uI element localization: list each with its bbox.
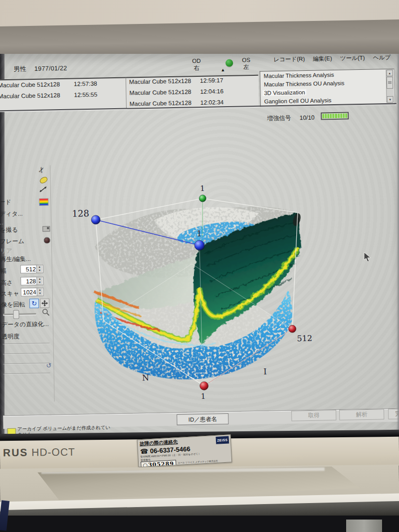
os-scan-row[interactable]: Macular Cube 512x128 12:59:17 (129, 77, 191, 85)
scroll-up-icon[interactable]: ▲ (387, 70, 393, 76)
sidebar-rule (3, 353, 50, 355)
pan-tool-button[interactable] (40, 299, 49, 308)
analysis-scrollbar[interactable]: ▲ ▼ (386, 70, 394, 103)
menu-edit[interactable]: 編集(E) (313, 55, 332, 62)
scissors-icon[interactable]: ✂ (36, 166, 47, 175)
undo-icon[interactable]: ↺ (46, 361, 51, 369)
height-stepper[interactable]: 128 ▲▼ (20, 277, 43, 286)
center-sphere[interactable] (195, 240, 204, 250)
label-slice-1: 1 (200, 184, 205, 193)
analysis-item[interactable]: Ganglion Cell OU Analysis (264, 97, 332, 104)
floor-shadow (0, 516, 399, 532)
scroll-thumb[interactable] (387, 77, 393, 89)
acquire-button[interactable]: 取得 (291, 410, 336, 421)
service-sticker: ZEISS 故障の際の連絡先 ☎ 06-6337-5466 受付時間 AM9:0… (137, 434, 232, 467)
stepper-arrows-icon[interactable]: ▲▼ (36, 265, 42, 273)
laterality-arrow-icon: ▲ (220, 67, 225, 72)
sidebar-rule (3, 363, 50, 364)
mouse-cursor (364, 252, 373, 263)
analysis-item[interactable]: Macular Thickness OU Analysis (264, 80, 345, 88)
diagonal-arrows-icon[interactable] (39, 185, 48, 193)
sidebar-item-play-edit[interactable]: 再生/編集... (0, 254, 51, 264)
sidebar-item-editor[interactable]: ディタ... (0, 209, 50, 218)
analysis-listbox: Macular Thickness Analysis Macular Thick… (260, 69, 395, 107)
stepper-arrows-icon[interactable]: ▲▼ (36, 277, 42, 285)
laterality-od[interactable]: OD 右 (192, 57, 201, 71)
analyze-button[interactable]: 解析 (339, 409, 384, 420)
move-cross-icon (41, 300, 48, 307)
sidebar-item-clear[interactable]: リア (0, 246, 51, 255)
width-stepper[interactable]: 512 ▲▼ (20, 265, 43, 274)
screen-content: 男性 1977/01/22 OD 右 ▲ OS 左 レコード(R) 編集(E) … (0, 50, 399, 438)
patient-info: 男性 1977/01/22 (13, 64, 73, 74)
snapshot-icon[interactable] (42, 226, 50, 231)
device-model-text: RUS HD-OCT (3, 446, 75, 459)
menu-help[interactable]: ヘルプ (373, 54, 391, 61)
laterality-os[interactable]: OS 左 (242, 56, 250, 70)
label-inferior: I (263, 367, 267, 376)
stepper-arrows-icon[interactable]: ▲▼ (36, 288, 42, 296)
zoom-slider-track[interactable] (3, 313, 36, 315)
zoom-slider-thumb[interactable] (13, 310, 19, 319)
slice-start-sphere[interactable] (199, 195, 206, 202)
laterality-indicator-icon[interactable] (225, 59, 233, 67)
label-512: 512 (297, 334, 312, 344)
od-scan-row[interactable]: Macular Cube 512x128 12:55:55 (0, 92, 60, 100)
photo-of-oct-workstation: 男性 1977/01/22 OD 右 ▲ OS 左 レコード(R) 編集(E) … (0, 0, 399, 532)
label-128: 128 (72, 208, 89, 219)
patient-dob: 1977/01/22 (34, 65, 67, 72)
signal-strength-bar (321, 112, 349, 120)
scan-stepper[interactable]: 1024 ▲▼ (20, 288, 43, 297)
finish-button[interactable]: 完 (388, 408, 399, 419)
sidebar-rule (3, 373, 50, 374)
width-end-sphere[interactable] (288, 325, 296, 333)
label-nasal: N (142, 373, 149, 382)
sidebar-rule (3, 343, 50, 345)
rotate-icon: ↻ (31, 300, 37, 307)
od-scan-row[interactable]: Macular Cube 512x128 12:57:38 (0, 81, 60, 89)
menu-record[interactable]: レコード(R) (273, 56, 305, 62)
marker-icon[interactable] (39, 176, 48, 184)
depth-start-sphere[interactable] (200, 381, 208, 390)
os-scan-row[interactable]: Macular Cube 512x128 12:04:16 (129, 88, 191, 96)
zeiss-logo: ZEISS (216, 436, 229, 444)
sidebar-item-linearize[interactable]: データの直線化... (1, 320, 52, 329)
id-patient-button[interactable]: ID／患者名 (177, 413, 228, 425)
slice-end-sphere[interactable] (91, 215, 100, 224)
menu-bar: レコード(R) 編集(E) ツール(T) ヘルプ (267, 54, 391, 64)
analysis-item[interactable]: Macular Thickness Analysis (264, 72, 334, 79)
monitor-screen: 男性 1977/01/22 OD 右 ▲ OS 左 レコード(R) 編集(E) … (0, 54, 399, 434)
magnifier-icon (42, 309, 50, 317)
scroll-down-icon[interactable]: ▼ (387, 96, 394, 103)
patient-sex: 男性 (13, 65, 26, 72)
rotate-tool-button[interactable]: ↻ (29, 299, 39, 308)
menu-tools[interactable]: ツール(T) (340, 55, 365, 61)
opacity-label: 透明度 (1, 332, 52, 341)
3d-volume-view[interactable]: 128 1 1 512 1 N I (64, 182, 337, 406)
sidebar-item-frame[interactable]: フレーム (0, 236, 51, 246)
table-leg (346, 520, 382, 532)
label-depth-1: 1 (201, 392, 206, 401)
analysis-item-selected[interactable]: 3D Visualization (262, 89, 306, 96)
signal-value: 10/10 (300, 114, 315, 122)
os-scan-row[interactable]: Macular Cube 512x128 12:02:34 (130, 99, 192, 107)
signal-strength: 増強信号 10/10 (267, 114, 315, 123)
label-center-1: 1 (197, 229, 202, 238)
color-mode-icon[interactable] (39, 198, 48, 206)
